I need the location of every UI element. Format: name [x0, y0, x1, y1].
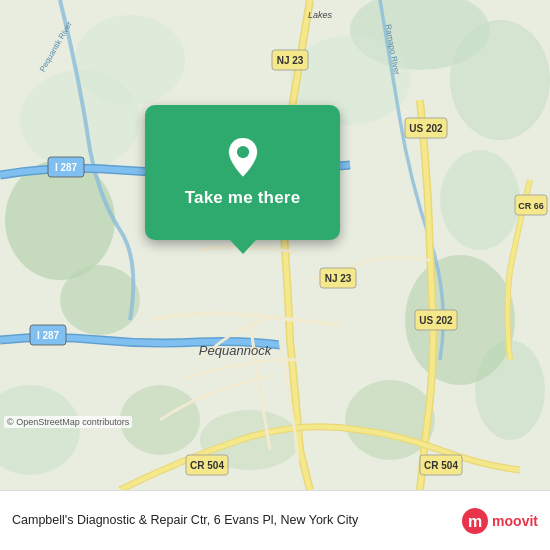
- svg-text:NJ 23: NJ 23: [325, 273, 352, 284]
- svg-text:NJ 23: NJ 23: [277, 55, 304, 66]
- svg-text:CR 66: CR 66: [518, 201, 544, 211]
- svg-point-3: [440, 150, 520, 250]
- svg-text:CR 504: CR 504: [424, 460, 458, 471]
- svg-point-37: [236, 145, 248, 157]
- svg-point-2: [450, 20, 550, 140]
- svg-text:US 202: US 202: [409, 123, 443, 134]
- location-pin-icon: [222, 138, 264, 180]
- info-bar: Campbell's Diagnostic & Repair Ctr, 6 Ev…: [0, 490, 550, 550]
- take-me-there-button[interactable]: Take me there: [145, 105, 340, 240]
- address-text: Campbell's Diagnostic & Repair Ctr, 6 Ev…: [12, 512, 451, 530]
- moovit-logo: m moovit: [461, 507, 538, 535]
- svg-text:I 287: I 287: [37, 330, 60, 341]
- svg-text:CR 504: CR 504: [190, 460, 224, 471]
- svg-text:m: m: [468, 513, 482, 530]
- take-me-there-label: Take me there: [185, 188, 301, 208]
- moovit-icon: m: [461, 507, 489, 535]
- svg-point-10: [60, 265, 140, 335]
- svg-text:Lakes: Lakes: [308, 10, 333, 20]
- map-container: NJ 23 NJ 23 US 202 US 202 I 287 I 287 CR…: [0, 0, 550, 490]
- svg-text:US 202: US 202: [419, 315, 453, 326]
- svg-text:Pequannock: Pequannock: [199, 343, 273, 358]
- moovit-brand-text: moovit: [492, 513, 538, 529]
- svg-text:I 287: I 287: [55, 162, 78, 173]
- svg-point-7: [75, 15, 185, 105]
- osm-attribution: © OpenStreetMap contributors: [4, 416, 132, 428]
